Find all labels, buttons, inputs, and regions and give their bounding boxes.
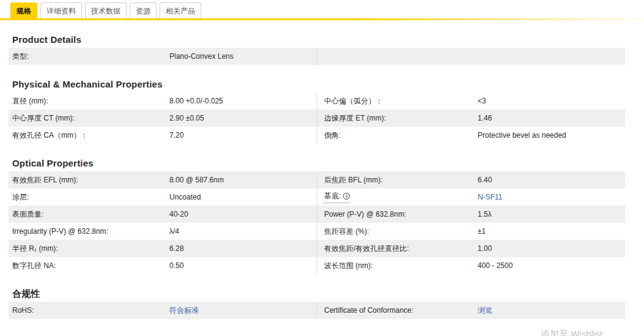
tab-resources[interactable]: 资源 <box>130 2 157 18</box>
spec-value: 40-20 <box>169 210 188 218</box>
section-title: Optical Properties <box>12 157 644 170</box>
spec-value: 1.00 <box>478 244 492 253</box>
spec-value: 8.00 @ 587.6nm <box>169 176 224 184</box>
spec-label: 类型: <box>12 51 169 62</box>
spec-row: 数字孔径 NA: 0.50 波长范围 (nm): 400 - 2500 <box>9 257 625 274</box>
spec-row: 有效孔径 CA（mm）： 7.20 倒角: Protective bevel a… <box>9 127 625 144</box>
spec-value: 400 - 2500 <box>478 261 513 270</box>
spec-row: 直径 (mm): 8.00 +0.0/-0.025 中心偏（弧分）： <3 <box>9 92 625 110</box>
partial-overlay-text: 添加至 Wishlist <box>541 329 602 336</box>
spec-value: 0.50 <box>169 261 183 270</box>
spec-label: RoHS: <box>12 306 169 315</box>
spec-value: 6.28 <box>169 244 183 253</box>
spec-row: 半径 R₁ (mm): 6.28 有效焦距/有效孔径直径比: 1.00 <box>9 240 625 257</box>
spec-row: 表面质量: 40-20 Power (P-V) @ 632.8nm: 1.5λ <box>9 206 625 223</box>
spec-value: λ/4 <box>169 227 179 236</box>
spec-value: 1.5λ <box>478 210 492 218</box>
section-title: 合规性 <box>12 288 644 300</box>
spec-table: 类型: Plano-Convex Lens <box>9 48 625 65</box>
substrate-label: 基底: <box>324 191 341 201</box>
spec-label: 后焦距 BFL (mm): <box>324 175 478 185</box>
section-title: Physical & Mechanical Properties <box>12 78 644 91</box>
tab-tech-data[interactable]: 技术数据 <box>85 2 127 18</box>
spec-value: Uncoated <box>169 193 201 201</box>
coc-browse-link[interactable]: 浏览 <box>478 305 492 316</box>
tab-underline-bar <box>0 18 644 20</box>
info-icon[interactable]: i <box>343 193 350 200</box>
rohs-compliant-link[interactable]: 符合标准 <box>169 305 199 316</box>
spec-label: 倒角: <box>324 130 478 141</box>
spec-value: <3 <box>478 97 486 105</box>
empty-cell <box>317 48 625 65</box>
section-title: Product Details <box>12 34 644 46</box>
spec-label: 数字孔径 NA: <box>12 261 169 271</box>
spec-value: Plano-Convex Lens <box>169 52 234 61</box>
spec-label: 有效孔径 CA（mm）： <box>12 130 169 141</box>
spec-label: 有效焦距/有效孔径直径比: <box>324 244 478 254</box>
tab-specs[interactable]: 规格 <box>10 2 37 18</box>
spec-table: 直径 (mm): 8.00 +0.0/-0.025 中心偏（弧分）： <3 中心… <box>9 92 625 144</box>
spec-table: RoHS: 符合标准 Certificate of Conformance: 浏… <box>9 302 625 319</box>
section-physical-mechanical: Physical & Mechanical Properties 直径 (mm)… <box>0 78 644 144</box>
spec-row: 有效焦距 EFL (mm): 8.00 @ 587.6nm 后焦距 BFL (m… <box>9 171 625 189</box>
spec-label: 中心厚度 CT (mm): <box>12 113 169 124</box>
spec-row: 中心厚度 CT (mm): 2.90 ±0.05 边缘厚度 ET (mm): 1… <box>9 110 625 127</box>
spec-label: 半径 R₁ (mm): <box>12 244 169 254</box>
spec-label-substrate: 基底: i <box>324 191 478 203</box>
section-compliance: 合规性 RoHS: 符合标准 Certificate of Conformanc… <box>0 288 644 319</box>
spec-value: 6.40 <box>478 176 492 184</box>
spec-label: 有效焦距 EFL (mm): <box>12 175 169 185</box>
spec-label: 表面质量: <box>12 209 169 220</box>
spec-value: Protective bevel as needed <box>478 131 566 140</box>
tab-details[interactable]: 详细资料 <box>40 2 82 18</box>
tab-related-products[interactable]: 相关产品 <box>160 2 201 18</box>
spec-label: Irregularity (P-V) @ 632.8nm: <box>12 227 169 236</box>
section-optical: Optical Properties 有效焦距 EFL (mm): 8.00 @… <box>0 157 644 274</box>
spec-row: 涂层: Uncoated 基底: i N-SF11 <box>9 189 625 206</box>
spec-table: 有效焦距 EFL (mm): 8.00 @ 587.6nm 后焦距 BFL (m… <box>9 171 625 274</box>
substrate-value-link[interactable]: N-SF11 <box>478 193 502 201</box>
spec-row: Irregularity (P-V) @ 632.8nm: λ/4 焦距容差 (… <box>9 223 625 240</box>
spec-row: RoHS: 符合标准 Certificate of Conformance: 浏… <box>9 302 625 319</box>
spec-value: 1.46 <box>478 114 492 122</box>
spec-value: 8.00 +0.0/-0.025 <box>169 97 223 105</box>
tab-bar: 规格 详细资料 技术数据 资源 相关产品 <box>0 0 644 18</box>
spec-row: 类型: Plano-Convex Lens <box>9 48 625 65</box>
spec-label: Power (P-V) @ 632.8nm: <box>324 210 478 218</box>
spec-value: 2.90 ±0.05 <box>169 114 204 122</box>
section-product-details: Product Details 类型: Plano-Convex Lens <box>0 34 644 65</box>
spec-value: ±1 <box>478 227 486 236</box>
spec-label: 边缘厚度 ET (mm): <box>324 113 478 124</box>
spec-label: 中心偏（弧分）： <box>324 96 478 106</box>
spec-label: 涂层: <box>12 192 169 203</box>
spec-label: 直径 (mm): <box>12 96 169 106</box>
spec-value: 7.20 <box>169 131 183 140</box>
spec-label: Certificate of Conformance: <box>324 306 478 315</box>
spec-label: 波长范围 (nm): <box>324 261 478 271</box>
spec-label: 焦距容差 (%): <box>324 226 478 237</box>
